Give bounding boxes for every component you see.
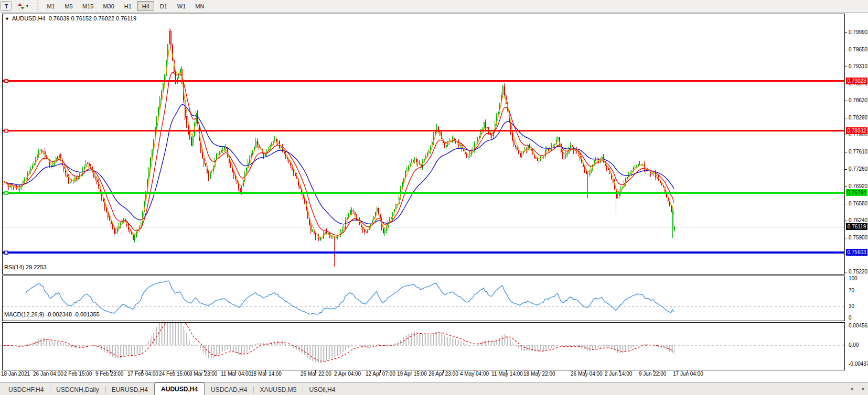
- timeframe-h1-button[interactable]: H1: [120, 1, 136, 11]
- price-tick-label: 0.76920: [849, 183, 867, 189]
- timeframe-m30-button[interactable]: M30: [99, 1, 118, 11]
- price-badge-resistance-lower: 0.78032: [846, 127, 867, 134]
- macd-tick-label: -0.004372: [849, 361, 868, 367]
- chart-symbol-period: AUDUSD,H4: [12, 15, 46, 21]
- chart-canvas[interactable]: [0, 13, 868, 382]
- tab-usoil-h4[interactable]: USOil,H4: [303, 385, 341, 395]
- time-tick-label: 9 Feb 23:00: [95, 371, 123, 377]
- time-tick-label: 18 May 22:00: [523, 371, 555, 377]
- time-tick-label: 25 Mar 22:00: [301, 371, 331, 377]
- rsi-pane: [3, 281, 844, 314]
- chart-ohlc-values: 0.76039 0.76152 0.76022 0.76119: [49, 15, 136, 21]
- time-tick-label: 18 Jan 2021: [1, 371, 30, 377]
- time-tick-label: 19 Apr 15:00: [397, 371, 427, 377]
- timeframe-d1-button[interactable]: D1: [155, 1, 172, 11]
- time-tick-label: 2 Jun 14:00: [605, 371, 632, 377]
- cycle-arrows-icon: [17, 3, 25, 9]
- tab-scroll-controls: ◄ ►: [849, 386, 866, 392]
- macd-pane: [3, 309, 844, 363]
- timeframe-w1-button[interactable]: W1: [173, 1, 190, 11]
- text-tool-button[interactable]: T: [1, 1, 12, 11]
- price-badge-support-green: 0.76794: [846, 189, 867, 196]
- axis-ticks: [16, 33, 848, 373]
- chart-cycle-button[interactable]: ▾: [13, 1, 33, 11]
- price-tick-label: 0.77610: [849, 149, 867, 155]
- time-tick-label: 17 Feb 04:00: [127, 371, 158, 377]
- price-tick-label: 0.77260: [849, 166, 867, 172]
- time-tick-label: 18 Mar 14:00: [251, 371, 282, 377]
- hline-support-green[interactable]: [3, 191, 844, 194]
- macd-tick-label: 0.004561: [849, 323, 868, 328]
- rsi-tick-label: 100: [849, 276, 858, 281]
- price-tick-label: 0.76240: [849, 217, 867, 223]
- time-tick-label: 2 Feb 15:00: [64, 371, 92, 377]
- price-tick-label: 0.76580: [849, 201, 867, 206]
- macd-histogram: [4, 309, 674, 363]
- symbol-tab-bar: USDCHF,H4 USDCNH,Daily EURUSD,H4 AUDUSD,…: [0, 382, 868, 395]
- toolbar: T ▾ M1 M5 M15 M30 H1 H4 D1 W1 MN: [0, 0, 868, 13]
- time-tick-label: 26 Jan 04:00: [33, 371, 63, 377]
- timeframe-m1-button[interactable]: M1: [42, 1, 59, 11]
- tab-audusd-h4[interactable]: AUDUSD,H4: [154, 382, 205, 395]
- chart-window[interactable]: ▼AUDUSD,H4 0.76039 0.76152 0.76022 0.761…: [0, 13, 868, 382]
- tab-usdchf-h4[interactable]: USDCHF,H4: [2, 385, 50, 395]
- time-tick-label: 26 May 04:00: [571, 371, 603, 377]
- fast-ma[interactable]: [4, 49, 674, 238]
- price-tick-label: 0.78290: [849, 115, 867, 120]
- time-tick-label: 11 May 14:00: [491, 371, 523, 377]
- mt4-application: T ▾ M1 M5 M15 M30 H1 H4 D1 W1 MN ▼AUDUSD…: [0, 0, 868, 395]
- chart-title: ▼AUDUSD,H4 0.76039 0.76152 0.76022 0.761…: [5, 15, 136, 21]
- timeframe-h4-button[interactable]: H4: [137, 1, 154, 11]
- tab-usdcad-h4[interactable]: USDCAD,H4: [205, 385, 253, 395]
- price-tick-label: 0.79990: [849, 29, 867, 35]
- hline-resistance-upper[interactable]: [3, 80, 844, 83]
- price-tick-label: 0.75900: [849, 235, 867, 240]
- triangle-down-icon: ▼: [5, 16, 9, 21]
- rsi-tick-label: 30: [849, 303, 854, 309]
- tab-scroll-left-icon[interactable]: ◄: [849, 386, 854, 392]
- pane-borders: [3, 14, 845, 370]
- rsi-tick-label: 70: [849, 288, 854, 293]
- price-badge-resistance-upper: 0.79023: [846, 78, 867, 84]
- timeframe-m5-button[interactable]: M5: [60, 1, 77, 11]
- timeframe-mn-button[interactable]: MN: [191, 1, 208, 11]
- time-tick-label: 3 Mar 23:00: [189, 371, 217, 377]
- macd-indicator-label: MACD(12,26,9) -0.002348 -0.001355: [4, 311, 100, 317]
- timeframe-m15-button[interactable]: M15: [78, 1, 98, 11]
- hline-support-blue[interactable]: [3, 251, 844, 254]
- price-tick-label: 0.79650: [849, 47, 867, 52]
- rsi-indicator-label: RSI(14) 29.2253: [4, 264, 47, 270]
- price-badge-support-blue: 0.75603: [846, 249, 867, 256]
- macd-tick-label: 0.00: [849, 342, 859, 348]
- time-tick-label: 11 Mar 04:00: [221, 371, 251, 377]
- time-tick-label: 24 Feb 15:00: [159, 371, 190, 377]
- price-tick-label: 0.78630: [849, 97, 867, 103]
- time-tick-label: 17 Jun 04:00: [673, 371, 703, 377]
- time-tick-label: 4 May 04:00: [460, 371, 489, 377]
- hline-resistance-lower[interactable]: [3, 129, 844, 133]
- tab-xauusd-m5[interactable]: XAUUSD,M5: [253, 385, 303, 395]
- rsi-tick-label: 0: [849, 315, 852, 321]
- time-tick-label: 9 Jun 22:00: [639, 371, 666, 377]
- rsi-line: [26, 281, 674, 314]
- price-tick-label: 0.75220: [849, 269, 867, 275]
- tab-usdcnh-daily[interactable]: USDCNH,Daily: [50, 385, 105, 395]
- candlesticks: [4, 28, 675, 267]
- chevron-down-icon: ▾: [26, 4, 28, 8]
- tab-eurusd-h4[interactable]: EURUSD,H4: [105, 385, 154, 395]
- time-tick-label: 2 Apr 04:00: [334, 371, 361, 377]
- moving-averages: [4, 49, 674, 238]
- current-price-badge: 0.76119: [846, 223, 867, 230]
- time-tick-label: 12 Apr 07:00: [366, 371, 395, 377]
- tab-scroll-right-icon[interactable]: ►: [861, 386, 866, 392]
- price-tick-label: 0.79310: [849, 63, 867, 69]
- toolbar-grip[interactable]: [36, 2, 40, 11]
- time-tick-label: 26 Apr 23:00: [428, 371, 458, 377]
